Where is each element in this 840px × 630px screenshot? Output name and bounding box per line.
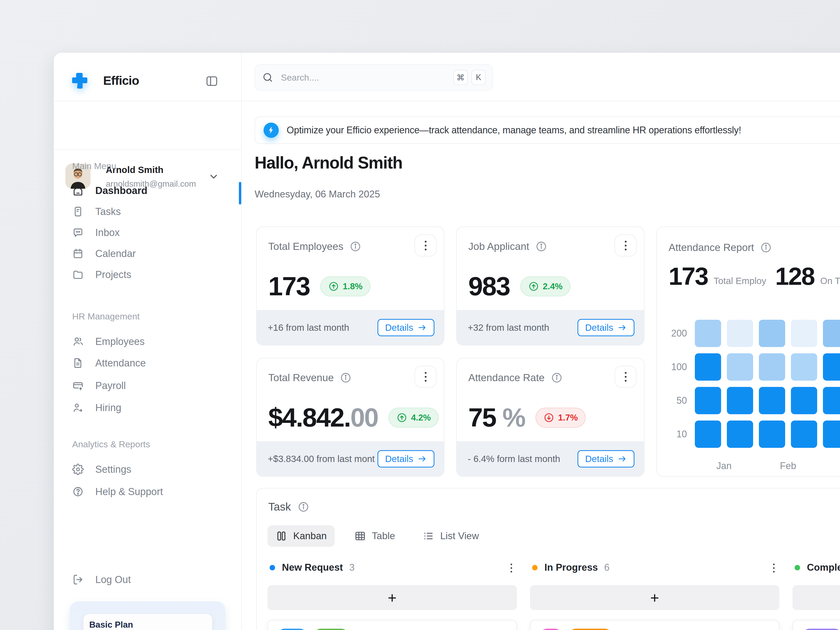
arrow-right-icon (617, 454, 627, 464)
home-icon (72, 185, 84, 196)
table-icon (354, 530, 366, 542)
heatmap-cell (695, 320, 721, 347)
inbox-icon (72, 227, 84, 238)
add-task-button[interactable]: + (267, 585, 517, 610)
stat-card-job-applicant: Job Applicant 983 2.4% +32 from last mon… (456, 227, 644, 346)
sidebar-item-settings[interactable]: Settings (54, 459, 238, 480)
task-tag-pill (802, 629, 840, 630)
heatmap-cell (823, 320, 840, 347)
plan-card[interactable]: Basic Plan (70, 602, 225, 630)
details-button[interactable]: Details (377, 319, 434, 336)
trend-badge: 1.7% (535, 408, 586, 428)
heatmap-cell (791, 320, 817, 347)
section-label-hr-management: HR Management (72, 311, 140, 322)
users-icon (72, 336, 84, 347)
kebab-menu-button[interactable] (414, 366, 437, 388)
report-summary: 173 Total Employ 128 On Time (669, 264, 840, 289)
info-icon[interactable] (760, 242, 772, 253)
sidebar-item-projects[interactable]: Projects (54, 264, 238, 285)
sidebar-item-attendance[interactable]: Attendance (54, 353, 238, 373)
info-icon[interactable] (551, 372, 562, 384)
info-icon[interactable] (350, 241, 361, 252)
heatmap-cell (759, 420, 785, 448)
status-dot (270, 565, 275, 570)
tab-kanban[interactable]: Kanban (267, 525, 335, 547)
list-icon (422, 530, 434, 542)
info-icon[interactable] (340, 372, 352, 384)
heatmap-x-tick: Feb (759, 454, 817, 471)
heatmap-cell (791, 353, 817, 381)
sidebar: Efficio Arnold Smith arnoldsmith@gmail.c… (54, 53, 242, 630)
stat-card-total-revenue: Total Revenue $4.842.00 4.2% +$3.834.00 … (256, 358, 444, 477)
search-bar[interactable]: ⌘ K (255, 64, 493, 90)
efficio-logo-icon (70, 71, 89, 90)
arrow-right-icon (617, 323, 627, 332)
page-date: Wednesyday, 06 March 2025 (255, 189, 380, 200)
sidebar-item-help-support[interactable]: Help & Support (54, 482, 238, 502)
task-card[interactable] (267, 620, 517, 630)
trend-badge: 1.8% (320, 276, 370, 296)
details-button[interactable]: Details (377, 450, 434, 467)
heatmap-cell (727, 320, 753, 347)
task-title: Task (268, 501, 291, 513)
kebab-menu-icon[interactable] (772, 562, 776, 574)
heatmap-cell (791, 420, 817, 448)
stat-footnote: +$3.834.00 from last mont (268, 453, 375, 464)
trend-badge: 2.4% (520, 276, 570, 296)
search-icon (262, 72, 273, 83)
info-icon[interactable] (298, 501, 309, 513)
sidebar-item-inbox[interactable]: Inbox (54, 222, 238, 243)
stat-footnote: - 6.4% form last month (468, 453, 560, 464)
sidebar-item-dashboard[interactable]: Dashboard (54, 180, 238, 201)
arrow-up-circle-icon (328, 281, 339, 292)
heatmap-cell (759, 353, 785, 381)
add-task-button[interactable]: + (793, 585, 840, 610)
sidebar-item-employees[interactable]: Employees (54, 331, 238, 352)
stat-card-attendance-rate: Attendance Rate 75 % 1.7% - 6.4% form la… (456, 358, 644, 477)
divider (54, 149, 241, 150)
kebab-menu-button[interactable] (414, 234, 437, 256)
report-total-label: Total Employ (714, 276, 766, 286)
plan-inner-card: Basic Plan (83, 614, 212, 630)
help-icon (72, 486, 84, 497)
sidebar-collapse-icon[interactable] (205, 74, 219, 88)
task-tag-pill (278, 629, 307, 630)
plan-name: Basic Plan (89, 620, 133, 630)
trend-badge: 4.2% (388, 408, 439, 428)
kebab-menu-icon[interactable] (509, 562, 514, 574)
search-input[interactable] (280, 72, 450, 83)
stat-value: 75 % (468, 403, 525, 433)
column-count: 6 (604, 562, 610, 573)
tab-table[interactable]: Table (346, 525, 403, 547)
task-tags (802, 629, 840, 630)
heatmap-cell (823, 353, 840, 381)
stat-value: 173 (268, 271, 310, 302)
page-title: Hallo, Arnold Smith (255, 153, 403, 172)
sidebar-item-hiring[interactable]: Hiring (54, 398, 238, 418)
task-tag-pill (569, 629, 612, 630)
section-label-main-menu: Main Menu (72, 161, 116, 171)
kanban-icon (275, 530, 287, 542)
sidebar-item-tasks[interactable]: Tasks (54, 201, 238, 222)
kebab-menu-button[interactable] (614, 366, 636, 388)
heatmap-cell (823, 387, 840, 414)
heatmap-cell (727, 420, 753, 448)
sidebar-item-logout[interactable]: Log Out (54, 569, 238, 590)
sidebar-item-payroll[interactable]: Payroll (54, 375, 238, 396)
cmd-keycap: ⌘ (453, 70, 468, 85)
details-button[interactable]: Details (578, 319, 635, 336)
task-tag-pill (314, 629, 348, 630)
payroll-card-icon (72, 380, 84, 392)
logout-icon (72, 574, 84, 585)
attendance-report-card: Attendance Report 173 Total Employ 128 O… (657, 227, 840, 477)
info-icon[interactable] (535, 241, 547, 252)
sidebar-item-calendar[interactable]: Calendar (54, 243, 238, 264)
add-task-button[interactable]: + (530, 585, 779, 610)
stat-title: Job Applicant (468, 241, 529, 252)
stat-value: 983 (468, 271, 510, 302)
kebab-menu-button[interactable] (614, 234, 636, 256)
details-button[interactable]: Details (578, 450, 635, 467)
tab-list-view[interactable]: List View (414, 525, 487, 547)
task-card[interactable] (793, 620, 840, 630)
task-card[interactable] (530, 620, 779, 630)
